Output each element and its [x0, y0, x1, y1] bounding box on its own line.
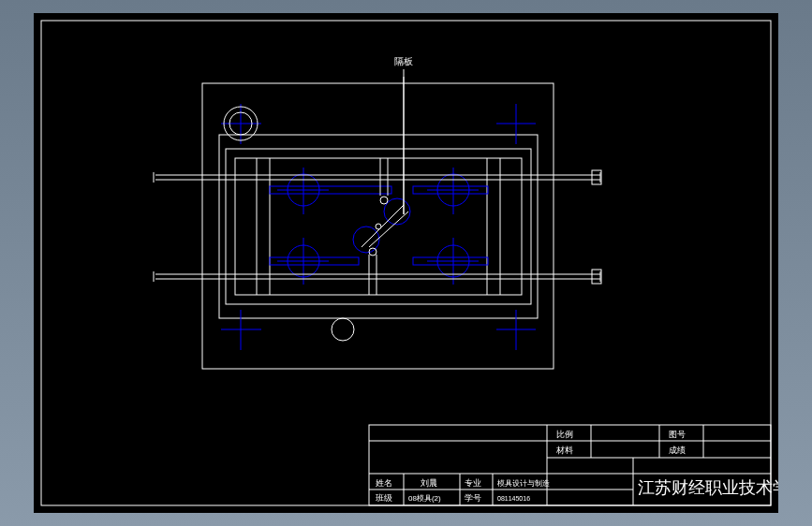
- grade-label: 成绩: [669, 446, 686, 455]
- svg-point-55: [376, 224, 381, 229]
- svg-line-53: [362, 205, 404, 247]
- name-value: 刘晨: [421, 478, 437, 488]
- center-marks: [221, 104, 536, 350]
- major-value: 模具设计与制造: [497, 479, 550, 488]
- student-id-label: 学号: [465, 493, 481, 503]
- mold-assembly: [154, 69, 601, 369]
- title-block: 比例 图号 材料 成绩 姓名 刘晨 专业 模具设计与制造 班级 08模具(2) …: [369, 425, 778, 505]
- name-label: 姓名: [376, 478, 392, 488]
- school-name: 江苏财经职业技术学院: [638, 478, 778, 497]
- class-value: 08模具(2): [408, 494, 441, 503]
- svg-point-18: [332, 318, 354, 341]
- outer-border: [41, 21, 771, 505]
- ratio-label: 比例: [556, 430, 573, 439]
- student-id-value: 081145016: [497, 495, 530, 502]
- annotation-label: 隔板: [394, 56, 413, 66]
- drawing-no-label: 图号: [669, 430, 686, 439]
- svg-rect-0: [202, 83, 554, 369]
- class-label: 班级: [376, 493, 392, 503]
- svg-rect-1: [219, 135, 538, 318]
- cad-drawing-canvas: 隔板 比例 图号 材料: [34, 13, 778, 513]
- svg-rect-2: [226, 149, 531, 304]
- svg-point-49: [380, 197, 388, 204]
- material-label: 材料: [555, 446, 573, 455]
- major-label: 专业: [465, 478, 481, 488]
